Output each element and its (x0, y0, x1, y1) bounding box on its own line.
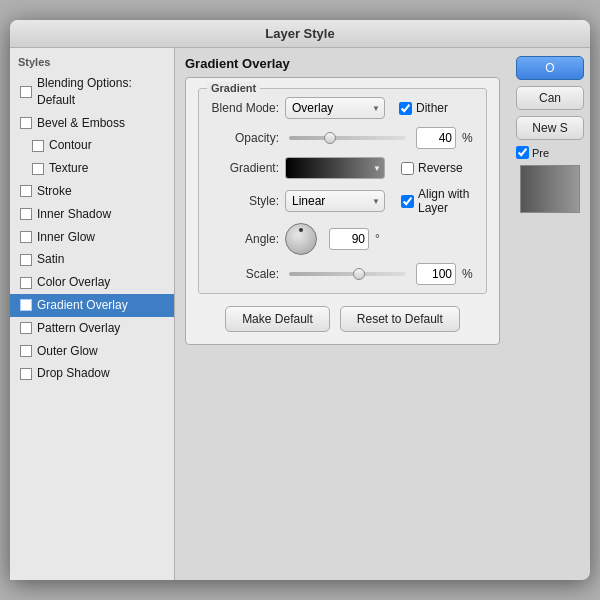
checkbox-inner-glow (20, 231, 32, 243)
sidebar-item-label-blending-options: Blending Options: Default (37, 75, 164, 109)
blend-mode-row: Blend Mode: Overlay Dither (209, 97, 476, 119)
gradient-swatch-wrapper[interactable] (285, 157, 385, 179)
layer-style-dialog: Layer Style Styles Blending Options: Def… (10, 20, 590, 580)
angle-dial[interactable] (285, 223, 317, 255)
new-style-button[interactable]: New S (516, 116, 584, 140)
align-layer-label: Align with Layer (418, 187, 476, 215)
preview-checkbox[interactable] (516, 146, 529, 159)
sidebar-item-label-contour: Contour (49, 137, 92, 154)
sidebar-item-bevel-emboss[interactable]: Bevel & Emboss (10, 112, 174, 135)
sidebar-item-label-gradient-overlay: Gradient Overlay (37, 297, 128, 314)
preview-box (520, 165, 580, 213)
checkbox-pattern-overlay (20, 322, 32, 334)
gradient-subsection: Gradient Blend Mode: Overlay Dither (198, 88, 487, 294)
scale-slider-thumb (353, 268, 365, 280)
blend-mode-label: Blend Mode: (209, 101, 279, 115)
scale-input[interactable] (416, 263, 456, 285)
reverse-label: Reverse (418, 161, 463, 175)
angle-unit: ° (375, 232, 389, 246)
gradient-label: Gradient: (209, 161, 279, 175)
angle-label: Angle: (209, 232, 279, 246)
opacity-input[interactable] (416, 127, 456, 149)
sidebar-item-contour[interactable]: Contour (10, 134, 174, 157)
gradient-row: Gradient: Reverse (209, 157, 476, 179)
checkbox-gradient-overlay (20, 299, 32, 311)
dither-label: Dither (416, 101, 448, 115)
sidebar-item-label-drop-shadow: Drop Shadow (37, 365, 110, 382)
sidebar-item-outer-glow[interactable]: Outer Glow (10, 340, 174, 363)
checkbox-blending-options (20, 86, 32, 98)
right-buttons: O Can New S Pre (510, 48, 590, 580)
gradient-swatch[interactable] (285, 157, 385, 179)
checkbox-texture (32, 163, 44, 175)
opacity-slider-thumb (324, 132, 336, 144)
opacity-slider-track[interactable] (289, 136, 406, 140)
dial-indicator (299, 228, 303, 232)
checkbox-color-overlay (20, 277, 32, 289)
angle-row: Angle: ° (209, 223, 476, 255)
sidebar-item-label-texture: Texture (49, 160, 88, 177)
sidebar-item-pattern-overlay[interactable]: Pattern Overlay (10, 317, 174, 340)
scale-slider-track[interactable] (289, 272, 406, 276)
sidebar-item-drop-shadow[interactable]: Drop Shadow (10, 362, 174, 385)
dither-checkbox[interactable] (399, 102, 412, 115)
sidebar-item-label-inner-shadow: Inner Shadow (37, 206, 111, 223)
checkbox-inner-shadow (20, 208, 32, 220)
gradient-subsection-title: Gradient (207, 82, 260, 94)
styles-panel: Styles Blending Options: DefaultBevel & … (10, 48, 175, 580)
opacity-unit: % (462, 131, 476, 145)
scale-unit: % (462, 267, 476, 281)
sidebar-item-inner-glow[interactable]: Inner Glow (10, 226, 174, 249)
ok-button[interactable]: O (516, 56, 584, 80)
sidebar-item-label-outer-glow: Outer Glow (37, 343, 98, 360)
reset-default-button[interactable]: Reset to Default (340, 306, 460, 332)
style-select[interactable]: Linear (285, 190, 385, 212)
sidebar-item-inner-shadow[interactable]: Inner Shadow (10, 203, 174, 226)
checkbox-stroke (20, 185, 32, 197)
sidebar-item-texture[interactable]: Texture (10, 157, 174, 180)
angle-input[interactable] (329, 228, 369, 250)
dialog-title: Layer Style (265, 26, 334, 41)
reverse-checkbox[interactable] (401, 162, 414, 175)
scale-row: Scale: % (209, 263, 476, 285)
blend-mode-select-wrapper: Overlay (285, 97, 385, 119)
sidebar-item-label-pattern-overlay: Pattern Overlay (37, 320, 120, 337)
style-select-wrapper: Linear (285, 190, 385, 212)
sidebar-item-stroke[interactable]: Stroke (10, 180, 174, 203)
sidebar-item-gradient-overlay[interactable]: Gradient Overlay (10, 294, 174, 317)
sidebar-item-blending-options[interactable]: Blending Options: Default (10, 72, 174, 112)
cancel-button[interactable]: Can (516, 86, 584, 110)
bottom-buttons: Make Default Reset to Default (198, 306, 487, 332)
sidebar-item-label-stroke: Stroke (37, 183, 72, 200)
opacity-row: Opacity: % (209, 127, 476, 149)
checkbox-drop-shadow (20, 368, 32, 380)
sidebar-item-label-satin: Satin (37, 251, 64, 268)
align-layer-checkbox[interactable] (401, 195, 414, 208)
checkbox-bevel-emboss (20, 117, 32, 129)
blend-mode-select[interactable]: Overlay (285, 97, 385, 119)
sidebar-item-label-bevel-emboss: Bevel & Emboss (37, 115, 125, 132)
panel-outer-title: Gradient Overlay (185, 56, 500, 71)
style-label: Style: (209, 194, 279, 208)
checkbox-outer-glow (20, 345, 32, 357)
scale-label: Scale: (209, 267, 279, 281)
preview-label: Pre (532, 147, 549, 159)
dialog-titlebar: Layer Style (10, 20, 590, 48)
sidebar-item-satin[interactable]: Satin (10, 248, 174, 271)
checkbox-contour (32, 140, 44, 152)
sidebar-item-label-color-overlay: Color Overlay (37, 274, 110, 291)
styles-panel-header: Styles (10, 52, 174, 72)
make-default-button[interactable]: Make Default (225, 306, 330, 332)
sidebar-item-label-inner-glow: Inner Glow (37, 229, 95, 246)
main-content: Gradient Overlay Gradient Blend Mode: Ov… (175, 48, 510, 580)
opacity-label: Opacity: (209, 131, 279, 145)
checkbox-satin (20, 254, 32, 266)
sidebar-item-color-overlay[interactable]: Color Overlay (10, 271, 174, 294)
style-row: Style: Linear Align with Layer (209, 187, 476, 215)
gradient-overlay-section: Gradient Blend Mode: Overlay Dither (185, 77, 500, 345)
